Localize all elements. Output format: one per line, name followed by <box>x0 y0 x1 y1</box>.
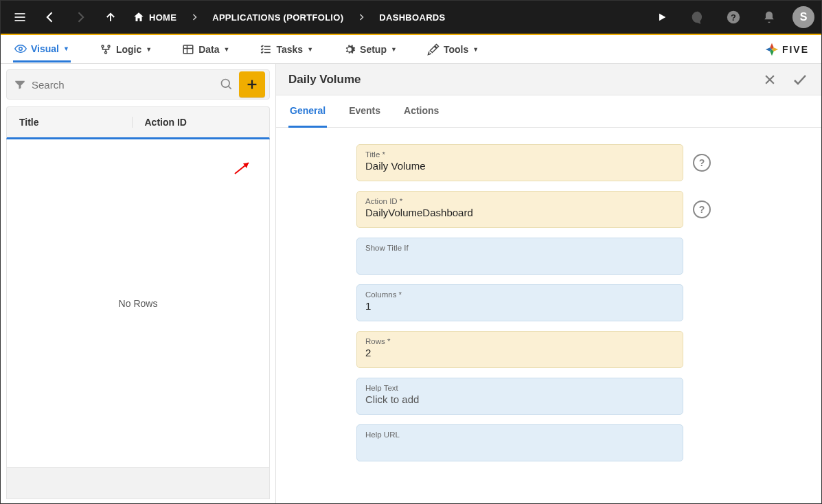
field-value: 2 <box>365 347 674 360</box>
tabs: General Events Actions <box>276 95 821 128</box>
breadcrumb-label: HOME <box>149 12 176 23</box>
field-label: Action ID * <box>365 197 674 205</box>
field-help-text[interactable]: Help Text Click to add <box>356 378 683 415</box>
main: Title Action ID No Rows Daily Volume Gen… <box>1 64 821 504</box>
svg-point-10 <box>104 51 106 54</box>
field-title[interactable]: Title * Daily Volume <box>356 144 683 181</box>
svg-rect-11 <box>183 45 193 54</box>
svg-line-22 <box>229 87 231 89</box>
field-label: Help URL <box>365 431 674 439</box>
tab-events[interactable]: Events <box>347 95 382 127</box>
field-label: Columns * <box>365 290 674 299</box>
svg-point-8 <box>102 45 104 47</box>
field-label: Title * <box>365 150 674 159</box>
confirm-icon[interactable] <box>791 71 809 89</box>
menu-label: Setup <box>360 44 387 55</box>
filter-icon[interactable] <box>14 78 26 91</box>
avatar[interactable]: S <box>792 6 814 28</box>
breadcrumb-dashboards[interactable]: DASHBOARDS <box>375 12 449 23</box>
search-icon[interactable] <box>220 78 233 91</box>
field-label: Help Text <box>365 384 674 392</box>
col-title[interactable]: Title <box>19 117 132 128</box>
menu-label: Logic <box>116 44 141 55</box>
field-value: Click to add <box>365 393 674 407</box>
field-rows[interactable]: Rows * 2 <box>356 331 683 368</box>
table-header: Title Action ID <box>6 106 270 139</box>
menu-data[interactable]: Data▼ <box>181 38 231 61</box>
field-label: Rows * <box>365 337 674 345</box>
empty-text: No Rows <box>119 298 158 309</box>
breadcrumb-home[interactable]: HOME <box>128 11 181 23</box>
chevron-right-icon <box>186 13 203 21</box>
menu-setup[interactable]: Setup▼ <box>342 38 398 61</box>
breadcrumb-label: APPLICATIONS (PORTFOLIO) <box>212 12 343 23</box>
table-footer <box>6 468 270 499</box>
tab-actions[interactable]: Actions <box>402 95 440 127</box>
menubar: Visual▼ Logic▼ Data▼ Tasks▼ Setup▼ Tools… <box>1 35 821 64</box>
help-icon[interactable]: ? <box>721 5 746 30</box>
hamburger-icon[interactable] <box>8 5 32 30</box>
left-panel: Title Action ID No Rows <box>1 64 275 504</box>
back-icon[interactable] <box>38 5 62 30</box>
page-title: Daily Volume <box>288 73 761 87</box>
brand-logo: FIVE <box>764 42 809 57</box>
field-show-title-if[interactable]: Show Title If <box>356 238 683 275</box>
play-icon[interactable] <box>650 5 674 30</box>
col-action-id[interactable]: Action ID <box>132 117 258 128</box>
breadcrumb-label: DASHBOARDS <box>379 12 445 23</box>
field-help-icon[interactable]: ? <box>693 201 711 218</box>
field-value <box>365 440 674 454</box>
add-button[interactable] <box>239 71 265 98</box>
menu-label: Tools <box>444 44 468 55</box>
brand-icon <box>764 42 779 57</box>
menu-label: Data <box>198 44 219 55</box>
forward-icon <box>68 5 93 30</box>
field-help-icon[interactable]: ? <box>693 154 711 172</box>
table-body: No Rows <box>6 139 270 468</box>
menu-logic[interactable]: Logic▼ <box>98 38 153 61</box>
field-value: Daily Volume <box>365 160 674 174</box>
menu-label: Visual <box>31 43 59 54</box>
detail-header: Daily Volume <box>276 64 821 95</box>
chevron-right-icon <box>353 13 369 21</box>
bell-icon[interactable] <box>757 5 781 30</box>
field-value <box>365 253 674 267</box>
menu-visual[interactable]: Visual▼ <box>13 37 71 62</box>
search-row <box>6 69 270 100</box>
svg-text:?: ? <box>731 12 736 23</box>
menu-tools[interactable]: Tools▼ <box>426 38 480 61</box>
menu-tasks[interactable]: Tasks▼ <box>258 38 315 61</box>
field-value: DailyVolumeDashboard <box>365 207 674 220</box>
form-area: Title * Daily Volume ? Action ID * Daily… <box>276 128 821 478</box>
field-columns[interactable]: Columns * 1 <box>356 284 683 321</box>
field-help-url[interactable]: Help URL <box>356 424 683 461</box>
menu-label: Tasks <box>276 44 303 55</box>
breadcrumb-applications[interactable]: APPLICATIONS (PORTFOLIO) <box>208 12 347 23</box>
topbar: HOME APPLICATIONS (PORTFOLIO) DASHBOARDS… <box>1 1 821 34</box>
field-action-id[interactable]: Action ID * DailyVolumeDashboard <box>356 191 683 228</box>
svg-marker-4 <box>659 14 665 21</box>
right-panel: Daily Volume General Events Actions Titl… <box>275 64 821 504</box>
tab-general[interactable]: General <box>288 95 327 128</box>
avatar-initial: S <box>800 11 808 23</box>
svg-point-7 <box>19 47 23 50</box>
search-input[interactable] <box>32 79 214 91</box>
brand-label: FIVE <box>782 44 809 55</box>
comment-icon[interactable] <box>685 5 710 30</box>
field-label: Show Title If <box>365 244 674 252</box>
up-icon[interactable] <box>98 5 123 30</box>
svg-point-21 <box>222 80 230 88</box>
svg-point-9 <box>108 45 110 47</box>
field-value: 1 <box>365 300 674 314</box>
close-icon[interactable] <box>761 71 779 89</box>
